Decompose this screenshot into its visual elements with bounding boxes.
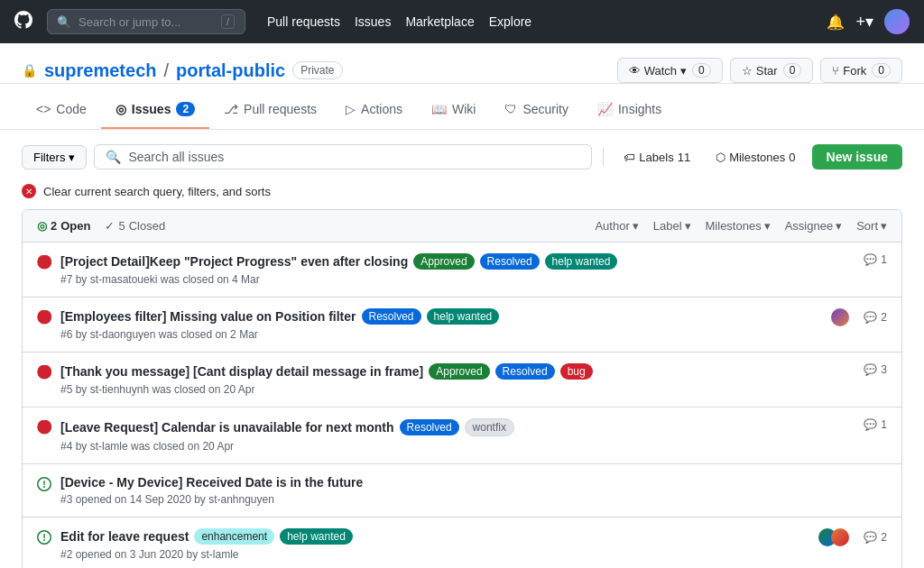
label-badge: bug xyxy=(560,363,593,380)
search-box-issues[interactable]: 🔍 xyxy=(94,144,592,169)
label-icon: 🏷 xyxy=(624,151,635,164)
repo-name-link[interactable]: portal-public xyxy=(176,60,285,81)
issues-toolbar: Filters ▾ 🔍 🏷 Labels 11 ⬡ Milestones 0 N… xyxy=(0,130,924,184)
issue-title[interactable]: [Project Detail]Keep "Project Progress" … xyxy=(60,254,408,269)
issue-row: [Project Detail]Keep "Project Progress" … xyxy=(23,243,901,298)
nav-marketplace[interactable]: Marketplace xyxy=(405,14,474,29)
search-box[interactable]: 🔍 / xyxy=(47,9,245,34)
issue-row: [Employees filter] Missing value on Posi… xyxy=(23,298,901,353)
watch-button[interactable]: 👁 Watch ▾ 0 xyxy=(617,58,723,83)
github-logo[interactable] xyxy=(14,11,32,33)
fork-button[interactable]: ⑂ Fork 0 xyxy=(820,58,902,83)
label-badge: wontfix xyxy=(465,418,514,436)
tab-code[interactable]: <> Code xyxy=(22,91,101,129)
issue-title[interactable]: Edit for leave request xyxy=(60,529,189,544)
clear-icon[interactable]: ✕ xyxy=(22,184,36,198)
tab-issues[interactable]: ◎ Issues 2 xyxy=(101,91,209,129)
private-badge: Private xyxy=(292,61,342,79)
issue-content: Edit for leave request enhancementhelp w… xyxy=(60,528,809,561)
watch-chevron: ▾ xyxy=(680,64,687,78)
milestones-filter[interactable]: Milestones ▾ xyxy=(706,219,771,233)
avatar[interactable] xyxy=(884,9,910,34)
label-badge: Resolved xyxy=(480,253,540,270)
nav-explore[interactable]: Explore xyxy=(489,14,531,29)
search-input-issues[interactable] xyxy=(128,150,580,164)
filter-button[interactable]: Filters ▾ xyxy=(22,145,87,169)
search-input[interactable] xyxy=(79,15,214,29)
labels-button[interactable]: 🏷 Labels 11 xyxy=(614,146,699,169)
issue-title-row: [Leave Request] Calendar is unavailable … xyxy=(60,418,855,436)
code-icon: <> xyxy=(36,102,51,116)
issue-row: [Leave Request] Calendar is unavailable … xyxy=(23,408,901,464)
plus-icon[interactable]: +▾ xyxy=(855,12,873,32)
lock-icon: 🔒 xyxy=(22,63,37,78)
comment-icon: 💬 xyxy=(864,363,877,376)
nav-issues[interactable]: Issues xyxy=(355,14,391,29)
chevron-icon: ▾ xyxy=(881,219,887,233)
pr-icon: ⎇ xyxy=(224,102,238,116)
open-count-link[interactable]: ◎ 2 Open xyxy=(37,219,90,233)
author-filter[interactable]: Author ▾ xyxy=(595,219,638,233)
new-issue-button[interactable]: New issue xyxy=(812,144,902,169)
issue-row: Edit for leave request enhancementhelp w… xyxy=(23,518,901,568)
open-count: 2 xyxy=(51,219,57,233)
issue-title-row: [Employees filter] Missing value on Posi… xyxy=(60,308,822,325)
star-button[interactable]: ☆ Star 0 xyxy=(730,58,814,83)
wiki-icon: 📖 xyxy=(431,102,447,116)
tab-wiki[interactable]: 📖 Wiki xyxy=(417,91,490,129)
comment-count: 💬 3 xyxy=(864,363,887,376)
issue-meta: #2 opened on 3 Jun 2020 by st-lamle xyxy=(60,548,809,561)
issue-status-icon xyxy=(37,310,51,328)
issue-title-row: [Thank you message] [Cant display detail… xyxy=(60,363,855,380)
chevron-icon: ▾ xyxy=(633,219,639,233)
tab-security[interactable]: 🛡 Security xyxy=(490,91,583,129)
assignee-group xyxy=(818,528,849,546)
tab-pull-requests[interactable]: ⎇ Pull requests xyxy=(209,91,331,129)
open-icon: ◎ xyxy=(37,219,47,233)
nav-pull-requests[interactable]: Pull requests xyxy=(267,14,340,29)
issue-row: [Thank you message] [Cant display detail… xyxy=(23,353,901,408)
search-icon: 🔍 xyxy=(57,15,71,29)
milestones-button[interactable]: ⬡ Milestones 0 xyxy=(707,146,804,169)
assignee-filter[interactable]: Assignee ▾ xyxy=(785,219,842,233)
issue-status-icon xyxy=(37,477,51,495)
actions-icon: ▷ xyxy=(346,102,356,116)
label-badge: Approved xyxy=(429,363,489,380)
comment-icon: 💬 xyxy=(864,418,877,431)
closed-count-link[interactable]: ✓ 5 Closed xyxy=(105,219,165,233)
issue-right: 💬 1 xyxy=(864,253,887,266)
sort-filter[interactable]: Sort ▾ xyxy=(856,219,887,233)
repo-header: 🔒 supremetech / portal-public Private 👁 … xyxy=(0,43,924,84)
issue-title-row: [Device - My Device] Received Date is in… xyxy=(60,475,878,490)
topnav: 🔍 / Pull requests Issues Marketplace Exp… xyxy=(0,0,924,43)
issue-meta: #7 by st-masatoueki was closed on 4 Mar xyxy=(60,273,855,286)
notifications-icon[interactable]: 🔔 xyxy=(827,14,845,31)
comment-count: 💬 2 xyxy=(864,311,887,324)
milestone-icon: ⬡ xyxy=(716,151,725,164)
fork-icon: ⑂ xyxy=(832,64,839,78)
issue-content: [Leave Request] Calendar is unavailable … xyxy=(60,418,855,453)
clear-filters: ✕ Clear current search query, filters, a… xyxy=(0,184,924,209)
issue-status-icon xyxy=(37,420,51,438)
issue-title-row: Edit for leave request enhancementhelp w… xyxy=(60,528,809,545)
comment-count: 💬 1 xyxy=(864,253,887,266)
issue-title[interactable]: [Thank you message] [Cant display detail… xyxy=(60,364,423,379)
tab-insights[interactable]: 📈 Insights xyxy=(583,91,676,129)
search-icon: 🔍 xyxy=(106,150,121,164)
issues-list-header: ◎ 2 Open ✓ 5 Closed Author ▾ Label ▾ xyxy=(23,210,901,243)
issue-title[interactable]: [Employees filter] Missing value on Posi… xyxy=(60,309,356,324)
closed-label: Closed xyxy=(129,219,165,233)
repo-owner-link[interactable]: supremetech xyxy=(44,60,157,81)
label-badge: Resolved xyxy=(362,308,421,325)
tab-actions[interactable]: ▷ Actions xyxy=(331,91,417,129)
filter-chevron: ▾ xyxy=(69,151,75,164)
label-filter[interactable]: Label ▾ xyxy=(653,219,691,233)
label-badge: enhancement xyxy=(194,528,274,545)
issue-title[interactable]: [Device - My Device] Received Date is in… xyxy=(60,475,363,490)
comment-count: 💬 2 xyxy=(864,531,887,544)
issue-title[interactable]: [Leave Request] Calendar is unavailable … xyxy=(60,420,394,435)
issue-content: [Employees filter] Missing value on Posi… xyxy=(60,308,822,341)
label-badge: help wanted xyxy=(545,253,618,270)
issue-title-row: [Project Detail]Keep "Project Progress" … xyxy=(60,253,855,270)
toolbar-separator xyxy=(603,148,604,166)
